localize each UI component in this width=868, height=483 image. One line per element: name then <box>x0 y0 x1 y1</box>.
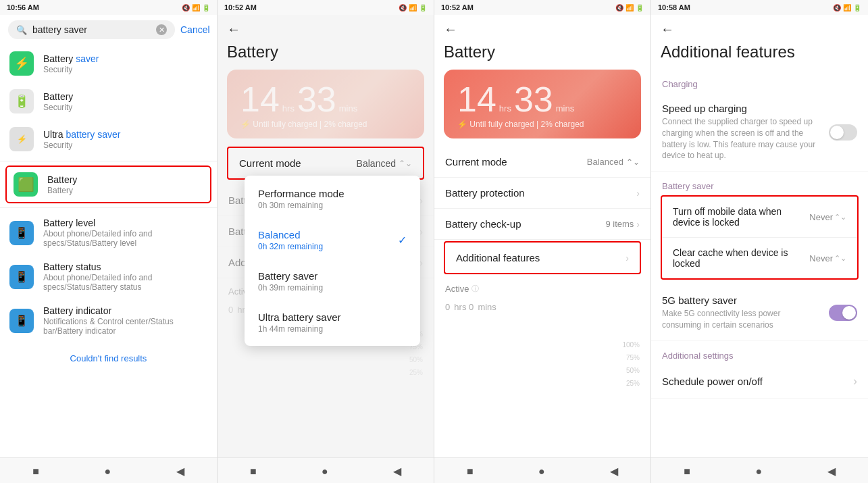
result-subtitle-ultra: Security <box>43 141 207 150</box>
panel-additional-features: 10:58 AM 🔇 📶 🔋 ← Additional features Cha… <box>650 0 868 483</box>
search-input[interactable] <box>32 24 151 35</box>
top-bar-3: ← <box>434 15 650 40</box>
result-battery-indicator[interactable]: 📱 Battery indicator Notifications & Cont… <box>0 299 217 342</box>
result-subtitle-battery-level: About phone/Detailed info and specs/Stat… <box>43 229 207 248</box>
battery-mins-3: 33 <box>514 82 553 117</box>
clear-cache-title: Clear cache when device is locked <box>673 247 809 269</box>
nav-circle-3[interactable]: ● <box>538 465 545 478</box>
status-icons-4: 🔇 📶 🔋 <box>833 4 861 11</box>
check-icon: ✓ <box>398 234 407 247</box>
nav-circle-4[interactable]: ● <box>755 465 762 478</box>
mode-dropdown: Performance mode 0h 30m remaining Balanc… <box>245 176 420 346</box>
additional-screen: ← Additional features Charging Speed up … <box>651 15 868 457</box>
no-results-label: Couldn't find results <box>0 342 217 374</box>
result-ultra-battery-saver[interactable]: ⚡ Ultra battery saver Security <box>0 120 217 158</box>
mode-value-2: Balanced ⌃⌄ <box>357 158 412 169</box>
battery-checkup-3[interactable]: Battery check-up 9 items › <box>434 209 650 240</box>
battery-hrs-label-2: hrs <box>282 103 295 113</box>
nav-back-3[interactable]: ◀ <box>610 465 618 478</box>
battery-hours-2: 14 <box>240 82 280 117</box>
result-title-battery-status: Battery status <box>43 261 207 272</box>
status-icons-2: 🔇 📶 🔋 <box>399 4 427 11</box>
result-battery[interactable]: 🔋 Battery Security <box>0 82 217 120</box>
nav-circle-1[interactable]: ● <box>104 465 111 478</box>
5g-battery-saver-toggle[interactable] <box>829 305 857 321</box>
battery-status-2: ⚡ Until fully charged | 2% charged <box>240 120 411 129</box>
nav-square-2[interactable]: ■ <box>250 465 257 478</box>
back-button-2[interactable]: ← <box>227 22 240 37</box>
clear-icon[interactable]: ✕ <box>156 24 167 35</box>
battery-hours-3: 14 <box>457 82 496 117</box>
nav-bar-2: ■ ● ◀ <box>218 457 434 483</box>
nav-bar-1: ■ ● ◀ <box>0 457 217 483</box>
result-icon-battery-main: 🟩 <box>14 172 38 197</box>
clear-cache-row[interactable]: Clear cache when device is locked Never … <box>662 238 857 278</box>
battery-screen-3: ← Battery 14 hrs 33 mins ⚡ Until fully c… <box>434 15 650 457</box>
battery-mins-label-2: mins <box>339 103 357 113</box>
result-battery-status[interactable]: 📱 Battery status About phone/Detailed in… <box>0 255 217 299</box>
speed-up-charging-text: Speed up charging Connect the supplied c… <box>662 103 829 161</box>
chevron-protection-2: › <box>419 195 423 206</box>
speed-up-charging-toggle[interactable] <box>829 124 857 141</box>
dropdown-performance[interactable]: Performance mode 0h 30m remaining <box>245 178 420 220</box>
result-battery-level[interactable]: 📱 Battery level About phone/Detailed inf… <box>0 211 217 255</box>
nav-back-4[interactable]: ◀ <box>827 465 836 478</box>
mode-value-3: Balanced ⌃⌄ <box>587 157 640 167</box>
speed-up-charging-desc: Connect the supplied charger to speed up… <box>662 116 821 161</box>
nav-square-4[interactable]: ■ <box>684 465 690 478</box>
status-bar-2: 10:52 AM 🔇 📶 🔋 <box>218 0 434 15</box>
dropdown-balanced[interactable]: Balanced 0h 32m remaining ✓ <box>245 220 420 261</box>
clear-cache-value: Never ⌃⌄ <box>809 253 846 263</box>
mode-row-3[interactable]: Current mode Balanced ⌃⌄ <box>434 147 650 178</box>
screen-title-4: Additional features <box>651 40 868 70</box>
mode-row-2[interactable]: Current mode Balanced ⌃⌄ <box>227 147 424 180</box>
mode-label-3: Current mode <box>445 156 507 168</box>
result-battery-highlighted[interactable]: 🟩 Battery Battery <box>5 166 211 203</box>
mobile-data-title: Turn off mobile data when device is lock… <box>673 206 809 228</box>
nav-circle-2[interactable]: ● <box>322 465 328 478</box>
schedule-power-row[interactable]: Schedule power on/off › <box>651 365 868 399</box>
back-button-4[interactable]: ← <box>661 22 674 37</box>
battery-saver-box: Turn off mobile data when device is lock… <box>661 195 859 280</box>
schedule-power-title: Schedule power on/off <box>662 376 763 387</box>
result-text-battery-status: Battery status About phone/Detailed info… <box>43 261 207 292</box>
dropdown-ultra-saver[interactable]: Ultra battery saver 1h 44m remaining <box>245 302 420 343</box>
nav-bar-4: ■ ● ◀ <box>651 457 868 483</box>
dropdown-battery-saver[interactable]: Battery saver 0h 39m remaining <box>245 261 420 302</box>
dropdown-bsaver-sub: 0h 39m remaining <box>258 283 407 293</box>
chevron-checkup-2: › <box>419 226 423 237</box>
battery-hrs-label-3: hrs <box>499 103 511 113</box>
cancel-button[interactable]: Cancel <box>180 24 210 35</box>
dropdown-balanced-text: Balanced 0h 32m remaining <box>258 229 323 251</box>
result-text-battery-indicator: Battery indicator Notifications & Contro… <box>43 305 207 336</box>
search-input-wrapper[interactable]: 🔍 ✕ <box>8 20 175 39</box>
battery-protection-3[interactable]: Battery protection › <box>434 178 650 209</box>
result-text-battery-level: Battery level About phone/Detailed info … <box>43 218 207 248</box>
dropdown-performance-sub: 0h 30m remaining <box>258 201 407 210</box>
chevron-protection-3: › <box>636 188 640 199</box>
result-battery-saver[interactable]: ⚡ Battery saver Security <box>0 45 217 82</box>
mobile-data-row[interactable]: Turn off mobile data when device is lock… <box>662 197 857 238</box>
screen-title-2: Battery <box>218 40 434 70</box>
chevron-updown-2: ⌃⌄ <box>399 159 412 168</box>
battery-mins-label-3: mins <box>556 103 574 113</box>
result-title-battery-level: Battery level <box>43 218 207 228</box>
chevron-additional-2: › <box>419 257 423 268</box>
nav-square-3[interactable]: ■ <box>467 465 474 478</box>
result-icon-battery: 🔋 <box>9 89 34 113</box>
result-title-battery-saver: Battery saver <box>43 53 207 64</box>
dropdown-bsaver-title: Battery saver <box>258 270 407 282</box>
status-bar-4: 10:58 AM 🔇 📶 🔋 <box>651 0 868 15</box>
speed-up-charging-row: Speed up charging Connect the supplied c… <box>651 93 868 172</box>
nav-back-2[interactable]: ◀ <box>393 465 401 478</box>
nav-square-1[interactable]: ■ <box>32 465 39 478</box>
section-label-battery-saver: Battery saver <box>651 172 868 195</box>
result-title-battery-indicator: Battery indicator <box>43 305 207 316</box>
nav-back-1[interactable]: ◀ <box>176 465 184 478</box>
time-2: 10:52 AM <box>224 3 257 11</box>
result-text-battery: Battery Security <box>43 91 207 112</box>
additional-features-3[interactable]: Additional features › <box>444 241 641 274</box>
battery-card-3: 14 hrs 33 mins ⚡ Until fully charged | 2… <box>444 70 641 138</box>
chevron-additional-3: › <box>626 253 629 263</box>
back-button-3[interactable]: ← <box>444 22 457 37</box>
